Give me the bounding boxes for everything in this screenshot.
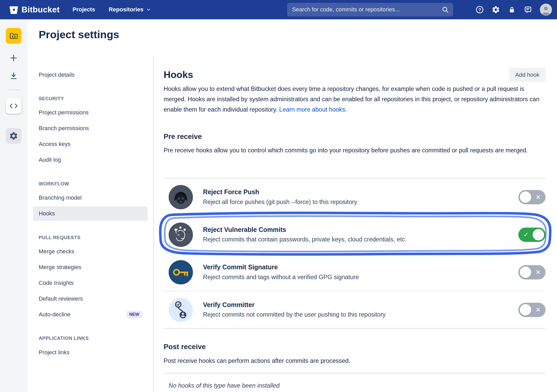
sidebar-section-workflow: WORKFLOW — [33, 176, 147, 191]
folder-code-icon — [9, 31, 18, 41]
toggle-knob — [520, 191, 531, 203]
learn-more-link[interactable]: Learn more about hooks — [279, 106, 345, 113]
face-stars-icon — [169, 222, 193, 247]
settings-nav: Project details SECURITY Project permiss… — [27, 68, 153, 361]
hook-description: Reject commits and tags without a verifi… — [203, 273, 519, 281]
hooks-intro-text: Hooks allow you to extend what Bitbucket… — [164, 85, 539, 113]
darth-vader-icon — [169, 185, 193, 209]
hook-row-verify-committer: Verify Committer Reject commits not comm… — [164, 291, 545, 329]
hook-name: Reject Force Push — [203, 189, 519, 196]
sidebar-section-security: SECURITY — [33, 91, 147, 105]
nav-projects[interactable]: Projects — [73, 6, 95, 13]
hook-description: Reject commits that contain passwords, p… — [203, 236, 519, 243]
hook-description: Reject commits not committed by the user… — [203, 311, 519, 318]
code-icon — [8, 100, 19, 111]
rail-divider — [7, 89, 20, 90]
sidebar-item-auto-decline[interactable]: Auto-decline NEW — [33, 307, 147, 322]
user-avatar[interactable] — [540, 4, 552, 16]
feedback-icon[interactable] — [524, 5, 532, 14]
panel-divider — [153, 56, 154, 392]
hook-info: Verify Committer Reject commits not comm… — [203, 301, 519, 318]
top-navbar: Bitbucket Projects Repositories ? — [0, 0, 557, 19]
search-input[interactable] — [287, 3, 453, 17]
bitbucket-mark-icon — [9, 5, 18, 14]
sidebar-item-access-keys[interactable]: Access keys — [33, 137, 147, 151]
committer-icon — [169, 297, 193, 322]
post-receive-empty-message: No hooks of this type have been installe… — [169, 382, 280, 389]
plus-icon — [9, 53, 18, 62]
pre-receive-hook-list: Reject Force Push Reject all force pushe… — [164, 178, 545, 329]
sidebar-section-application-links: APPLICATION LINKS — [33, 331, 147, 345]
bitbucket-logo[interactable]: Bitbucket — [9, 5, 60, 14]
hooks-header: Hooks Add hook — [164, 68, 545, 82]
hooks-intro-suffix: . — [345, 106, 347, 113]
hook-row-reject-force-push: Reject Force Push Reject all force pushe… — [164, 178, 545, 216]
sidebar-item-branching-model[interactable]: Branching model — [33, 191, 147, 205]
sidebar-item-project-details[interactable]: Project details — [33, 68, 147, 82]
hook-name: Verify Commit Signature — [203, 263, 519, 271]
post-receive-heading: Post receive — [164, 343, 206, 351]
download-icon — [9, 71, 18, 81]
hooks-heading: Hooks — [164, 69, 193, 80]
gear-icon — [9, 131, 18, 141]
sidebar-item-merge-checks[interactable]: Merge checks — [33, 244, 147, 258]
app-rail — [0, 19, 27, 392]
pre-receive-description: Pre receive hooks allow you to control w… — [164, 145, 545, 156]
hook-toggle-off[interactable]: ✕ — [518, 303, 545, 317]
cross-icon: ✕ — [536, 265, 541, 279]
sidebar-item-code-insights[interactable]: Code Insights — [33, 276, 147, 290]
hook-info: Reject Vulnerable Commits Reject commits… — [203, 226, 519, 243]
brand-name: Bitbucket — [21, 5, 60, 14]
toggle-knob — [520, 266, 531, 278]
hook-info: Reject Force Push Reject all force pushe… — [203, 189, 519, 206]
chevron-down-icon — [146, 7, 151, 12]
post-receive-description: Post receive hooks can perform actions a… — [164, 356, 545, 366]
sidebar-item-hooks[interactable]: Hooks — [33, 206, 147, 221]
hook-toggle-off[interactable]: ✕ — [518, 265, 545, 279]
hook-toggle-on[interactable]: ✓ — [518, 228, 545, 242]
sidebar-item-branch-permissions[interactable]: Branch permissions — [33, 121, 147, 136]
hook-name: Verify Committer — [203, 301, 519, 309]
hook-info: Verify Commit Signature Reject commits a… — [203, 263, 519, 281]
sidebar-section-pull-requests: PULL REQUESTS — [33, 230, 147, 244]
settings-tile-active[interactable] — [6, 128, 21, 144]
hook-row-reject-vulnerable-commits: Reject Vulnerable Commits Reject commits… — [164, 216, 545, 254]
project-avatar-tile[interactable] — [6, 28, 21, 44]
hooks-intro: Hooks allow you to extend what Bitbucket… — [164, 84, 545, 115]
key-icon — [169, 260, 193, 284]
svg-text:?: ? — [478, 7, 481, 12]
settings-sidebar: Project settings Project details SECURIT… — [27, 19, 153, 392]
add-hook-button[interactable]: Add hook — [509, 68, 546, 82]
toggle-knob — [533, 229, 544, 240]
sidebar-item-project-permissions[interactable]: Project permissions — [33, 106, 147, 120]
hooks-settings-panel: Hooks Add hook Hooks allow you to extend… — [164, 19, 545, 392]
page-title: Project settings — [39, 29, 119, 41]
clone-download-button[interactable] — [8, 70, 19, 81]
toggle-knob — [520, 304, 531, 315]
cross-icon: ✕ — [536, 190, 541, 204]
help-icon[interactable]: ? — [475, 5, 484, 14]
gear-icon[interactable] — [491, 5, 500, 14]
navbar-actions: ? — [475, 0, 552, 19]
create-button[interactable] — [8, 53, 19, 64]
hook-row-verify-commit-signature: Verify Commit Signature Reject commits a… — [164, 254, 545, 291]
sidebar-item-audit-log[interactable]: Audit log — [33, 153, 147, 167]
repository-code-tile[interactable] — [6, 98, 21, 114]
sidebar-item-project-links[interactable]: Project links — [33, 345, 147, 359]
hook-description: Reject all force pushes (git push --forc… — [203, 198, 519, 206]
cross-icon: ✕ — [536, 303, 541, 317]
post-receive-divider — [164, 373, 545, 374]
bitbucket-app: Bitbucket Projects Repositories ? — [0, 0, 557, 392]
global-search — [287, 3, 453, 17]
hook-name: Reject Vulnerable Commits — [203, 226, 519, 233]
nav-repositories[interactable]: Repositories — [109, 6, 151, 13]
hook-toggle-off[interactable]: ✕ — [518, 190, 545, 204]
check-icon: ✓ — [523, 228, 529, 242]
sidebar-item-default-reviewers[interactable]: Default reviewers — [33, 292, 147, 306]
sidebar-item-merge-strategies[interactable]: Merge strategies — [33, 260, 147, 274]
navbar-links: Projects Repositories — [73, 6, 151, 13]
lock-icon[interactable] — [508, 5, 516, 14]
new-badge: NEW — [127, 311, 142, 318]
pre-receive-heading: Pre receive — [164, 132, 202, 141]
